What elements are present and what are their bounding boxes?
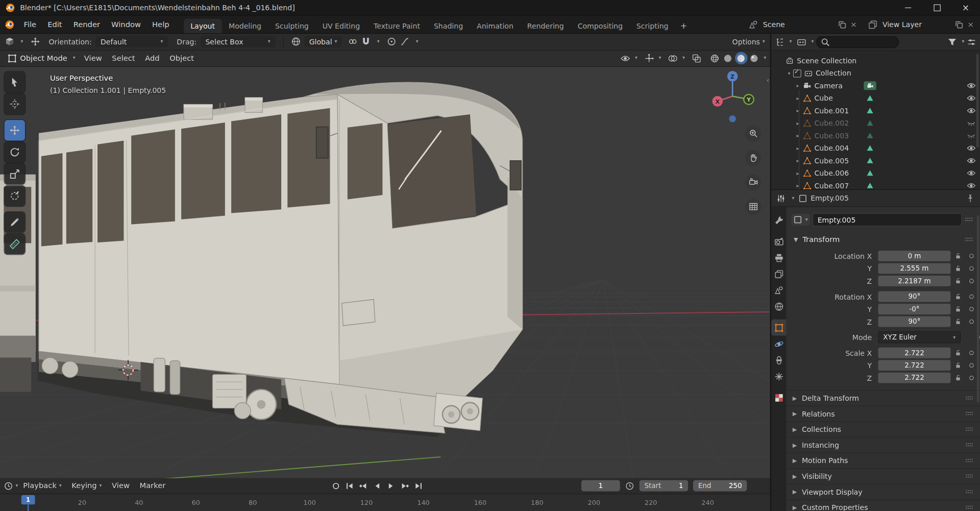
overlays-toggle[interactable]	[667, 52, 679, 64]
visibility-eye-icon[interactable]	[967, 119, 975, 128]
expand-arrow-icon[interactable]: ▸	[794, 133, 802, 138]
properties-tab-object-data[interactable]	[771, 368, 786, 384]
jump-to-start-button[interactable]	[344, 480, 355, 492]
menu-file[interactable]: File	[18, 18, 42, 31]
outliner-options-icon[interactable]	[967, 37, 976, 46]
tool-tweak-button[interactable]	[5, 72, 25, 92]
tab-sculpting[interactable]: Sculpting	[268, 19, 316, 33]
number-field[interactable]: 0 m	[878, 251, 950, 261]
outliner-search-input[interactable]	[816, 36, 899, 47]
properties-tab-render[interactable]	[771, 233, 786, 250]
expand-arrow-icon[interactable]: ▸	[794, 108, 802, 113]
scene-icon[interactable]	[749, 20, 758, 29]
number-field[interactable]: 90°	[878, 317, 950, 327]
mesh-data-icon[interactable]	[866, 132, 874, 139]
camera-data-icon[interactable]	[864, 81, 876, 90]
timeline-ruler[interactable]: 1 20406080100120140160180200220240	[0, 494, 770, 511]
tab-shading[interactable]: Shading	[427, 19, 470, 33]
tab-texture-paint[interactable]: Texture Paint	[367, 19, 427, 33]
outliner-editor-chevron[interactable]: ▾	[790, 39, 792, 44]
visibility-eye-icon[interactable]	[967, 131, 975, 140]
orientation-dropdown[interactable]: Default▾	[95, 36, 168, 47]
properties-editor-chevron[interactable]: ▾	[792, 196, 794, 201]
pan-hand-icon[interactable]	[745, 150, 762, 166]
menu-help[interactable]: Help	[146, 18, 175, 31]
animate-dot[interactable]	[966, 295, 977, 299]
shading-material-button[interactable]	[735, 52, 747, 64]
filter-funnel-icon[interactable]	[947, 37, 957, 46]
lock-icon[interactable]	[950, 265, 965, 272]
drag-dropdown[interactable]: Select Box▾	[201, 36, 276, 47]
properties-tab-output[interactable]	[771, 250, 786, 266]
panel-visibility[interactable]: ▶Visibility	[786, 468, 980, 484]
overlays-chevron[interactable]: ▾	[682, 56, 685, 61]
properties-editor-icon[interactable]	[776, 193, 786, 203]
shading-rendered-button[interactable]	[748, 52, 761, 64]
viewport-menu-object[interactable]: Object	[164, 54, 199, 63]
tab-modeling[interactable]: Modeling	[222, 19, 268, 33]
mesh-data-icon[interactable]	[866, 119, 874, 127]
expand-arrow-icon[interactable]: ▸	[794, 83, 802, 88]
play-button[interactable]	[385, 480, 397, 492]
expand-arrow-icon[interactable]: ▸	[794, 120, 802, 126]
number-field[interactable]: 2.722	[878, 373, 950, 383]
remove-view-layer-icon[interactable]: ×	[966, 20, 975, 29]
outliner-row-cube-007[interactable]: ▸Cube.007	[771, 179, 980, 189]
expand-arrow-icon[interactable]: ▸	[794, 171, 802, 176]
outliner-row-cube-002[interactable]: ▸Cube.002	[771, 117, 980, 129]
visibility-eye-icon[interactable]	[967, 181, 975, 189]
panel-viewport-display[interactable]: ▶Viewport Display	[786, 484, 980, 500]
menu-render[interactable]: Render	[68, 18, 106, 31]
falloff-curve-icon[interactable]	[400, 37, 409, 46]
properties-scrollbar[interactable]	[977, 215, 979, 402]
timeline-menu-keying[interactable]: Keying▾	[67, 481, 107, 490]
viewport-menu-add[interactable]: Add	[140, 54, 164, 63]
close-button[interactable]: ×	[951, 0, 980, 15]
number-field[interactable]: 90°	[878, 291, 950, 302]
properties-tab-view-layer[interactable]	[771, 265, 786, 282]
region-collapse-arrow[interactable]: ‹	[766, 76, 769, 84]
mesh-data-icon[interactable]	[866, 157, 874, 164]
ortho-grid-icon[interactable]	[745, 199, 762, 215]
outliner-row-cube-005[interactable]: ▸Cube.005	[771, 154, 980, 166]
animate-dot[interactable]	[966, 254, 977, 258]
lock-icon[interactable]	[950, 293, 965, 300]
menu-window[interactable]: Window	[106, 18, 146, 31]
frame-end-field[interactable]: End250	[693, 480, 747, 492]
panel-collections[interactable]: ▶Collections	[786, 421, 980, 437]
tab-layout[interactable]: Layout	[184, 19, 222, 33]
visibility-eye-icon[interactable]	[967, 106, 975, 115]
viewport-3d[interactable]: User Perspective (1) Collection 1.001 | …	[0, 67, 770, 478]
properties-tab-texture[interactable]	[771, 390, 786, 406]
panel-grip-icon[interactable]	[965, 456, 974, 465]
panel-grip-icon[interactable]	[965, 503, 974, 511]
properties-tab-object[interactable]	[771, 320, 786, 336]
expand-arrow-icon[interactable]: ▸	[794, 145, 802, 151]
collection-checkbox[interactable]	[793, 69, 801, 77]
animate-dot[interactable]	[966, 376, 977, 380]
shading-solid-button[interactable]	[722, 52, 734, 64]
new-scene-icon[interactable]	[838, 20, 847, 29]
animate-dot[interactable]	[966, 266, 977, 271]
new-view-layer-icon[interactable]	[954, 20, 964, 29]
camera-view-icon[interactable]	[745, 174, 762, 190]
outliner-row-cube-004[interactable]: ▸Cube.004	[771, 142, 980, 154]
outliner-row-camera[interactable]: ▸Camera	[771, 80, 980, 92]
rotation-mode-select[interactable]: XYZ Euler▾	[878, 331, 961, 343]
blender-menu-icon[interactable]	[5, 20, 14, 29]
mesh-data-icon[interactable]	[866, 107, 874, 114]
tool-annotate-button[interactable]	[5, 212, 25, 232]
tab-compositing[interactable]: Compositing	[571, 19, 629, 33]
proportional-editing-icon[interactable]	[387, 37, 396, 46]
display-mode-chevron[interactable]: ▾	[811, 39, 814, 44]
number-field[interactable]: 2.722	[878, 348, 950, 358]
lock-icon[interactable]	[950, 349, 965, 356]
snap-target-icon[interactable]	[348, 37, 357, 46]
menu-edit[interactable]: Edit	[42, 18, 68, 31]
number-field[interactable]: 2.722	[878, 360, 950, 371]
number-field[interactable]: -0°	[878, 304, 950, 314]
panel-custom-properties[interactable]: ▶Custom Properties	[786, 499, 980, 511]
view-layer-selector[interactable]: View Layer	[883, 20, 922, 29]
unlink-scene-icon[interactable]: ×	[849, 20, 858, 29]
outliner-scrollbar[interactable]	[976, 54, 979, 148]
